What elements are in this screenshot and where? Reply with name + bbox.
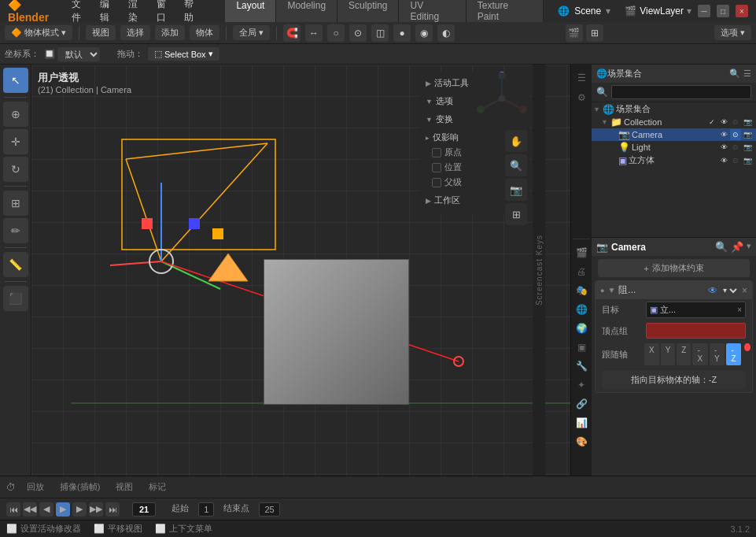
menu-edit[interactable]: 编辑 (100, 0, 119, 24)
zoom-tool-btn[interactable]: 🔍 (505, 154, 527, 176)
light-cursor-btn[interactable]: ⊙ (730, 142, 741, 153)
vertex-group-field[interactable] (646, 323, 746, 339)
options-header[interactable]: ▼ 选项 (422, 94, 526, 109)
menu-help[interactable]: 帮助 (184, 0, 203, 24)
editor-type-btn[interactable]: 🎬 (566, 24, 583, 42)
viewlayer-name[interactable]: ViewLayer (640, 6, 684, 17)
axis-neg-y-btn[interactable]: -Y (710, 343, 725, 365)
transform-tool-btn[interactable]: ⊞ (3, 191, 28, 216)
menu-window[interactable]: 窗口 (157, 0, 175, 24)
close-button[interactable]: × (736, 5, 748, 17)
constraint-mode-select[interactable]: ▾ (720, 285, 739, 296)
light-item[interactable]: 💡 Light 👁 ⊙ 📷 (592, 141, 756, 154)
scene-props-btn[interactable]: 🌐 (573, 301, 590, 318)
scene-collection-item[interactable]: ▼ 🌐 场景集合 (592, 102, 756, 116)
set-modifier-btn[interactable]: ⬜ 设置活动修改器 (6, 523, 81, 535)
active-tools-header[interactable]: ▶ 活动工具 (422, 76, 526, 91)
output-props-btn[interactable]: 🖨 (573, 263, 590, 280)
annotate-tool-btn[interactable]: ✏ (3, 218, 28, 243)
move-tool-btn[interactable]: ✛ (3, 129, 28, 154)
end-value[interactable]: 25 (259, 502, 279, 517)
hand-tool-btn[interactable]: ✋ (505, 130, 527, 152)
shading-mat-btn[interactable]: ◉ (415, 24, 433, 42)
camera-render-btn[interactable]: 📷 (742, 129, 753, 140)
view-btn[interactable]: 视图 (111, 480, 138, 494)
pan-view-btn[interactable]: ⬜ 平移视图 (94, 523, 142, 535)
menu-file[interactable]: 文件 (72, 0, 90, 24)
axis-z-btn[interactable]: Z (677, 343, 691, 365)
collection-eye-btn[interactable]: 👁 (718, 117, 729, 128)
start-value[interactable]: 1 (198, 502, 214, 517)
axis-neg-x-btn[interactable]: -X (692, 343, 707, 365)
properties-pin-btn[interactable]: 📌 (731, 241, 743, 253)
transform-header[interactable]: ▼ 变换 (422, 112, 526, 127)
transform-btn[interactable]: ↔ (305, 24, 323, 42)
camera-eye-btn[interactable]: 👁 (718, 129, 729, 140)
collection-render-btn[interactable]: 📷 (742, 117, 753, 128)
properties-search-btn[interactable]: 🔍 (715, 241, 728, 253)
capture-btn[interactable]: 捕像(插帧) (55, 480, 105, 494)
add-menu-btn[interactable]: 添加 (155, 25, 185, 40)
mode-switch-btn[interactable]: 🔶 物体模式 ▾ (5, 25, 72, 40)
view-layer-props-btn[interactable]: 🎭 (573, 282, 590, 299)
cube-cursor-btn[interactable]: ⊙ (730, 155, 741, 166)
particles-props-btn[interactable]: ✦ (573, 376, 590, 394)
cube-render-btn[interactable]: 📷 (742, 155, 753, 166)
view-menu-btn[interactable]: 视图 (86, 25, 116, 40)
material-props-btn[interactable]: 🎨 (573, 433, 590, 450)
select-menu-btn[interactable]: 选择 (120, 25, 150, 40)
target-remove-btn[interactable]: × (737, 306, 742, 314)
collection-item[interactable]: ▼ 📁 Collection ✓ 👁 ⊙ 📷 (592, 116, 756, 128)
overlay-btn[interactable]: ⊙ (349, 24, 367, 42)
properties-icon-btn[interactable]: ⚙ (573, 89, 590, 106)
render-props-btn[interactable]: 🎬 (573, 244, 590, 261)
minimize-button[interactable]: ─ (698, 5, 710, 17)
camera-view-btn[interactable]: 📷 (505, 179, 527, 201)
grid-view-btn[interactable]: ⊞ (505, 203, 527, 225)
target-field[interactable]: ▣ 立... × (646, 302, 746, 318)
start-frame-btn[interactable]: ⏮ (6, 502, 20, 517)
prev-frame-btn[interactable]: ◀ (39, 502, 53, 517)
scene-name[interactable]: Scene (574, 6, 601, 17)
options-btn[interactable]: 选项 ▾ (714, 25, 751, 40)
modifier-props-btn[interactable]: 🔧 (573, 357, 590, 375)
play-btn[interactable]: ▶ (56, 502, 70, 517)
collection-check-btn[interactable]: ✓ (706, 117, 717, 128)
playback-btn[interactable]: 回放 (22, 480, 49, 494)
coordinate-system-select[interactable]: 默认 (57, 47, 100, 61)
light-render-btn[interactable]: 📷 (742, 142, 753, 153)
shading-solid-btn[interactable]: ● (393, 24, 411, 42)
axis-y-btn[interactable]: Y (661, 343, 676, 365)
maximize-button[interactable]: □ (717, 5, 729, 17)
constraint-block-header[interactable]: ● ▼ 阻... 👁 ▾ × (596, 281, 752, 299)
constraint-close-btn[interactable]: × (742, 285, 747, 296)
object-props-btn[interactable]: ▣ (573, 339, 590, 356)
location-checkbox[interactable] (432, 163, 441, 172)
viewport-3d[interactable]: 用户透视 (21) Collection | Camera Z X (31, 65, 570, 476)
parent-checkbox[interactable] (432, 178, 441, 187)
origin-checkbox[interactable] (432, 148, 441, 157)
measure-tool-btn[interactable]: 📏 (3, 252, 28, 277)
collection-cursor-btn[interactable]: ⊙ (730, 117, 741, 128)
next-key-btn[interactable]: ▶▶ (89, 502, 103, 517)
world-props-btn[interactable]: 🌍 (573, 320, 590, 337)
cube-eye-btn[interactable]: 👁 (718, 155, 729, 166)
prev-key-btn[interactable]: ◀◀ (23, 502, 37, 517)
axis-neg-z-btn[interactable]: -Z (726, 343, 741, 365)
end-frame-btn[interactable]: ⏭ (105, 502, 120, 517)
constraint-props-btn[interactable]: 🔗 (573, 395, 590, 413)
object-menu-btn[interactable]: 物体 (190, 25, 219, 40)
prop-edit-btn[interactable]: ○ (327, 24, 345, 42)
snap-btn[interactable]: 🧲 (283, 24, 301, 42)
marker-btn[interactable]: 标记 (144, 480, 171, 494)
search-input[interactable] (611, 85, 751, 99)
rotate-tool-btn[interactable]: ↻ (3, 157, 28, 182)
region-toggle-btn[interactable]: ⊞ (586, 24, 603, 42)
select-tool-btn[interactable]: ↖ (3, 68, 28, 93)
camera-item[interactable]: 📷 Camera 👁 ⊙ 📷 (592, 128, 756, 141)
outliner-options-btn[interactable]: ☰ (743, 69, 751, 79)
select-box-btn[interactable]: ⬚ Select Box ▾ (148, 47, 219, 61)
add-cube-tool-btn[interactable]: ⬛ (3, 286, 28, 311)
data-props-btn[interactable]: 📊 (573, 414, 590, 431)
properties-options-btn[interactable]: ▾ (747, 241, 751, 253)
